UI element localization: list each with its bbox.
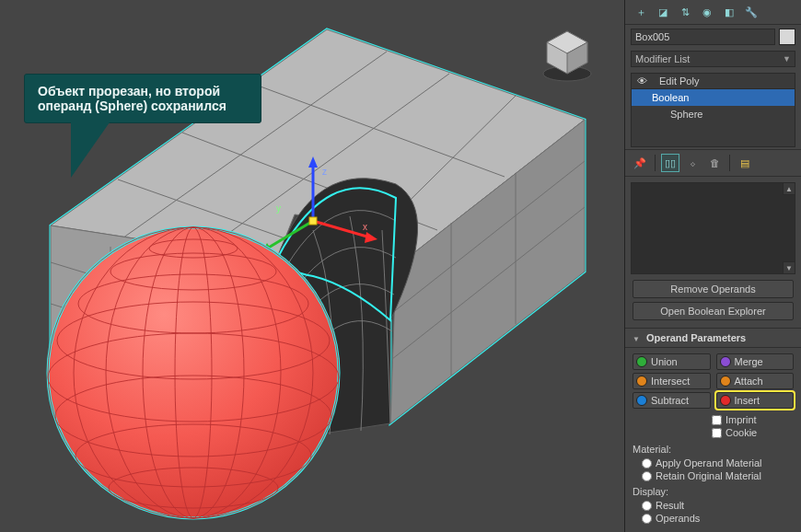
attach-button[interactable]: Attach [716,373,795,389]
merge-button[interactable]: Merge [716,353,795,370]
display-operands-radio[interactable]: Operands [625,512,801,525]
operand-preview: ▲ ▼ [631,182,795,274]
cookie-checkbox[interactable]: Cookie [712,427,794,438]
svg-text:y: y [276,203,281,214]
visibility-toggle-icon[interactable]: 👁 [635,75,648,87]
remove-operands-button[interactable]: Remove Operands [633,280,794,298]
svg-text:z: z [322,167,327,177]
operand-options: Imprint Cookie [625,412,801,440]
modifier-stack[interactable]: 👁 Edit Poly Boolean Sphere [631,73,795,147]
viewcube[interactable] [538,26,597,85]
viewport[interactable]: y z x [0,0,624,532]
open-boolean-explorer-button[interactable]: Open Boolean Explorer [633,302,794,320]
annotation-callout: Объект прорезан, но второй операнд (Sphe… [24,74,261,123]
stack-toolbar: 📌 ▯▯ 🝔 🗑 ▤ [625,149,801,177]
boolean-operation-grid: Union Merge Intersect Attach Subtract In… [625,350,801,412]
command-panel: ＋ ◪ ⇅ ◉ ◧ 🔧 Modifier List ▼ 👁 Edit Poly … [624,0,801,532]
remove-modifier-icon[interactable]: 🗑 [705,154,724,172]
retain-original-material-radio[interactable]: Retain Original Material [625,469,801,482]
subtract-button[interactable]: Subtract [633,392,711,409]
attach-icon [720,376,731,387]
utilities-tab-icon[interactable]: 🔧 [743,4,760,20]
union-button[interactable]: Union [633,353,711,370]
stack-item-label: Boolean [652,92,689,103]
insert-button[interactable]: Insert [716,392,795,409]
stack-item-label[interactable]: Edit Poly [659,75,699,87]
motion-tab-icon[interactable]: ◉ [699,4,715,20]
object-color-swatch[interactable] [779,29,795,45]
make-unique-icon[interactable]: 🝔 [683,154,702,172]
imprint-checkbox[interactable]: Imprint [712,414,794,425]
stack-header: 👁 Edit Poly [632,74,795,89]
insert-icon [720,395,731,406]
modifier-list-label: Modifier List [635,53,690,64]
scroll-up-icon[interactable]: ▲ [783,182,795,195]
union-icon [636,356,647,367]
stack-item-sphere[interactable]: Sphere [632,106,795,122]
configure-sets-icon[interactable]: ▤ [736,154,754,172]
modifier-list-dropdown[interactable]: Modifier List ▼ [631,51,795,67]
svg-rect-21 [309,217,317,225]
intersect-button[interactable]: Intersect [633,373,711,389]
pin-stack-icon[interactable]: 📌 [631,154,649,172]
panel-category-tabs: ＋ ◪ ⇅ ◉ ◧ 🔧 [625,0,801,25]
rollup-caret-icon: ▼ [633,335,640,343]
operand-parameters-header[interactable]: ▼ Operand Parameters [625,328,801,348]
scroll-down-icon[interactable]: ▼ [783,261,795,274]
svg-text:x: x [363,222,367,232]
intersect-icon [636,376,647,387]
object-name-input[interactable] [631,29,775,45]
show-end-result-icon[interactable]: ▯▯ [661,154,679,172]
material-group-label: Material: [625,440,801,457]
subtract-icon [636,395,647,406]
sphere-operand [48,227,339,518]
apply-operand-material-radio[interactable]: Apply Operand Material [625,457,801,469]
merge-icon [720,356,731,367]
chevron-down-icon: ▼ [783,54,791,64]
stack-item-label: Sphere [670,109,702,120]
create-tab-icon[interactable]: ＋ [633,4,649,20]
display-group-label: Display: [625,482,801,499]
stack-item-boolean[interactable]: Boolean [632,89,795,106]
display-tab-icon[interactable]: ◧ [721,4,737,20]
modify-tab-icon[interactable]: ◪ [655,4,671,20]
callout-text: Объект прорезан, но второй операнд (Sphe… [38,84,226,113]
display-result-radio[interactable]: Result [625,499,801,512]
hierarchy-tab-icon[interactable]: ⇅ [677,4,693,20]
svg-point-25 [48,227,339,518]
